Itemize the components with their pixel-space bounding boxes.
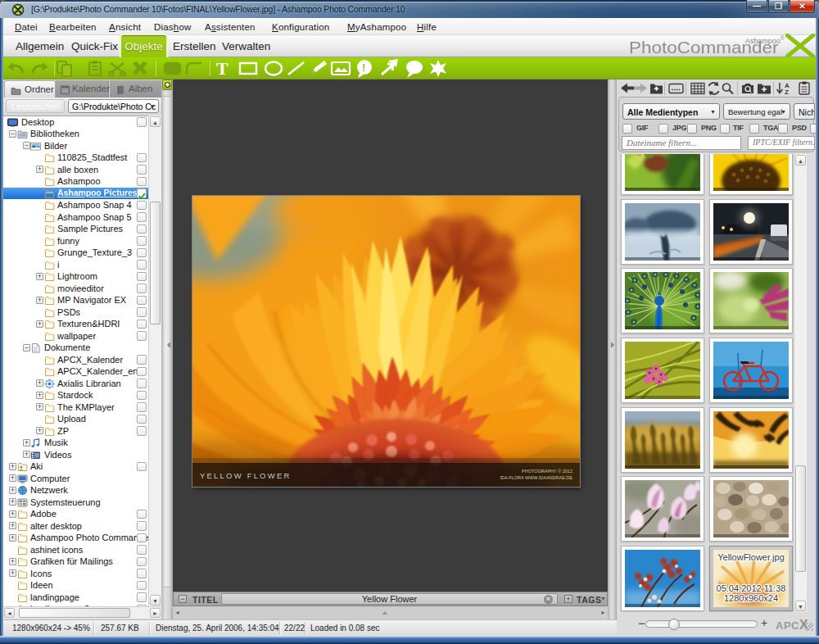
svg-text:YellowFlower.jpg: YellowFlower.jpg <box>717 552 785 562</box>
svg-text:!: ! <box>362 61 365 74</box>
svg-text:1280x960x24: 1280x960x24 <box>724 593 778 603</box>
svg-text:Z: Z <box>785 88 789 96</box>
svg-text:YELLOW FLOWER: YELLOW FLOWER <box>200 471 291 480</box>
svg-text:T: T <box>216 58 229 79</box>
svg-text:IDA-FLORA WWW.IDAANDRAE.DE: IDA-FLORA WWW.IDAANDRAE.DE <box>500 475 572 480</box>
svg-text:PHOTOGRAPHY © 2012: PHOTOGRAPHY © 2012 <box>522 469 572 474</box>
svg-text:05.04.2012 11:38: 05.04.2012 11:38 <box>717 583 786 593</box>
